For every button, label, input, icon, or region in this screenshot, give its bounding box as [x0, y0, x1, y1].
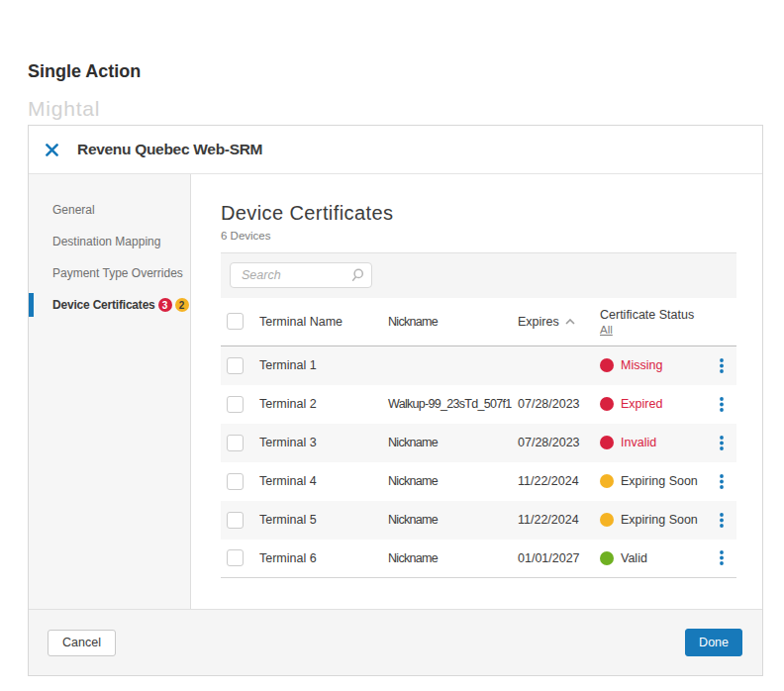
modal-header: Revenu Quebec Web-SRM — [29, 126, 762, 174]
table-row: Terminal 6 Nickname 01/01/2027 Valid — [221, 540, 736, 578]
status-label: Expiring Soon — [621, 513, 698, 527]
certificate-status-label: Certificate Status — [600, 308, 707, 322]
warning-count-badge: 2 — [175, 298, 189, 312]
nickname-cell: Walkup-99_23sTd_507f1 — [388, 397, 518, 411]
expires-cell: 11/22/2024 — [518, 474, 600, 488]
status-dot — [600, 397, 614, 411]
row-menu-cell — [707, 436, 736, 450]
done-button[interactable]: Done — [685, 629, 742, 656]
select-all-checkbox[interactable] — [227, 313, 244, 330]
sidebar-item-label: Device Certificates — [52, 298, 155, 312]
table-row: Terminal 3 Nickname 07/28/2023 Invalid — [221, 424, 736, 462]
status-filter-all-link[interactable]: All — [600, 324, 613, 336]
terminal-name-cell: Terminal 3 — [259, 436, 388, 449]
expires-cell: 07/28/2023 — [518, 397, 600, 411]
sidebar-item-label: Payment Type Overrides — [52, 266, 183, 280]
row-menu-cell — [707, 397, 736, 412]
row-select-cell — [221, 396, 259, 413]
expires-cell: 11/22/2024 — [518, 513, 600, 527]
expires-sort-control[interactable]: Expires — [518, 315, 575, 329]
row-menu-cell — [707, 550, 736, 565]
column-header-terminal-name: Terminal Name — [259, 315, 388, 329]
row-checkbox[interactable] — [227, 435, 244, 451]
content-heading: Device Certificates — [221, 203, 736, 223]
status-dot — [600, 551, 614, 565]
status-label: Invalid — [621, 436, 656, 449]
status-label: Missing — [621, 358, 662, 372]
modal-revenu-quebec: Revenu Quebec Web-SRM General Destinatio… — [28, 125, 763, 676]
column-header-certificate-status: Certificate Status All — [600, 308, 707, 336]
row-checkbox[interactable] — [227, 396, 244, 413]
sidebar-item-device-certificates[interactable]: Device Certificates 3 2 — [29, 289, 190, 321]
nickname-cell: Nickname — [388, 474, 518, 488]
sidebar-item-label: Destination Mapping — [52, 235, 160, 248]
status-dot — [600, 513, 614, 527]
select-all-cell — [221, 313, 259, 330]
device-count: 6 Devices — [221, 231, 736, 243]
nickname-cell: Nickname — [388, 436, 518, 449]
sidebar-item-payment-type-overrides[interactable]: Payment Type Overrides — [29, 257, 190, 289]
expires-label: Expires — [518, 315, 559, 329]
modal-body: General Destination Mapping Payment Type… — [29, 174, 762, 609]
expires-cell: 07/28/2023 — [518, 436, 600, 449]
terminal-name-cell: Terminal 4 — [259, 474, 388, 488]
table-toolbar — [221, 253, 736, 298]
terminal-name-cell: Terminal 5 — [259, 513, 388, 527]
row-select-cell — [221, 473, 259, 490]
table-row: Terminal 4 Nickname 11/22/2024 Expiring … — [221, 462, 736, 501]
status-label: Valid — [621, 551, 647, 565]
table-header-row: Terminal Name Nickname Expires Certifica… — [221, 298, 736, 346]
close-icon — [46, 144, 58, 156]
terminal-name-cell: Terminal 2 — [259, 397, 388, 411]
status-dot — [600, 436, 614, 449]
sidebar-item-label: General — [52, 203, 95, 217]
page: Single Action Mightal Revenu Quebec Web-… — [0, 0, 784, 691]
row-menu-kebab-icon[interactable] — [720, 513, 724, 528]
row-menu-kebab-icon[interactable] — [720, 436, 724, 450]
status-dot — [600, 474, 614, 488]
modal-footer: Cancel Done — [29, 609, 762, 675]
modal-title: Revenu Quebec Web-SRM — [77, 141, 262, 158]
row-menu-kebab-icon[interactable] — [720, 397, 724, 412]
row-menu-cell — [707, 358, 736, 373]
cancel-button[interactable]: Cancel — [48, 630, 116, 656]
certificate-status-cell: Expiring Soon — [600, 474, 707, 488]
row-checkbox[interactable] — [227, 357, 244, 374]
row-checkbox[interactable] — [227, 512, 244, 529]
nickname-cell: Nickname — [388, 551, 518, 565]
sidebar: General Destination Mapping Payment Type… — [29, 174, 191, 609]
row-menu-kebab-icon[interactable] — [720, 358, 724, 373]
search-icon — [351, 268, 364, 282]
sidebar-item-destination-mapping[interactable]: Destination Mapping — [29, 226, 190, 257]
close-button[interactable] — [41, 139, 62, 160]
table-row: Terminal 1 Missing — [221, 346, 736, 385]
row-select-cell — [221, 512, 259, 529]
page-title: Single Action — [28, 61, 141, 82]
row-checkbox[interactable] — [227, 473, 244, 490]
row-menu-kebab-icon[interactable] — [720, 550, 724, 565]
terminal-name-cell: Terminal 6 — [259, 551, 388, 565]
status-dot — [600, 358, 614, 372]
table-body: Terminal 1 Missing Terminal 2 Walkup-99_… — [221, 346, 736, 578]
search-box — [230, 262, 372, 288]
row-menu-cell — [707, 474, 736, 489]
watermark-text: Mightal — [28, 97, 100, 121]
expires-cell: 01/01/2027 — [518, 551, 600, 565]
sidebar-item-general[interactable]: General — [29, 194, 190, 226]
certificate-status-cell: Missing — [600, 358, 707, 372]
column-header-expires: Expires — [518, 315, 600, 329]
row-menu-cell — [707, 513, 736, 528]
nickname-cell: Nickname — [388, 513, 518, 527]
sort-ascending-icon — [565, 319, 575, 325]
active-item-accent-bar — [29, 293, 34, 317]
row-select-cell — [221, 435, 259, 451]
row-select-cell — [221, 549, 259, 566]
table-row: Terminal 5 Nickname 11/22/2024 Expiring … — [221, 501, 736, 540]
column-header-nickname: Nickname — [388, 315, 518, 329]
status-label: Expiring Soon — [621, 474, 698, 488]
table-row: Terminal 2 Walkup-99_23sTd_507f1 07/28/2… — [221, 385, 736, 424]
row-checkbox[interactable] — [227, 549, 244, 566]
certificate-status-cell: Expired — [600, 397, 707, 411]
certificate-status-cell: Valid — [600, 551, 707, 565]
row-menu-kebab-icon[interactable] — [720, 474, 724, 489]
